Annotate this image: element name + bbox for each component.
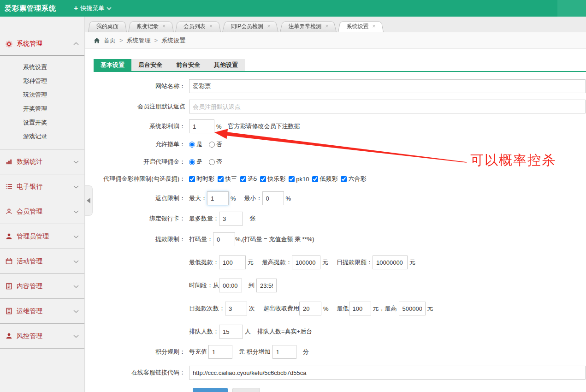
sidebar-item-draw-mgmt[interactable]: 开奖管理 <box>0 102 84 116</box>
breadcrumb-home[interactable]: 首页 <box>104 36 116 45</box>
lottery-checkbox-ssc[interactable]: 时时彩 <box>189 175 214 183</box>
close-icon[interactable]: × <box>209 21 213 32</box>
sidebar-submenu-system: 系统设置 彩种管理 玩法管理 开奖管理 设置开奖 游戏记录 <box>0 55 84 149</box>
close-icon[interactable]: × <box>267 21 270 32</box>
radio-icon[interactable] <box>209 142 215 148</box>
points-per-label: 每充值 <box>189 348 207 356</box>
checkbox-icon[interactable] <box>341 176 347 182</box>
sidebar-group-content[interactable]: 内容管理 <box>0 274 84 299</box>
default-rebate-input[interactable] <box>189 100 586 113</box>
tab-system-settings[interactable]: 系统设置× <box>338 20 384 32</box>
points-add-input[interactable] <box>272 345 296 359</box>
system-profit-input[interactable] <box>189 119 214 133</box>
close-icon[interactable]: × <box>325 21 328 32</box>
dama-input[interactable] <box>213 232 235 246</box>
sidebar-group-ops[interactable]: 运维管理 <box>0 299 84 324</box>
time-to-input[interactable] <box>256 279 277 292</box>
rebate-min-input[interactable] <box>262 191 284 205</box>
max-label: 最大： <box>189 194 207 202</box>
chevron-down-icon <box>107 7 112 10</box>
allow-cancel-yes-radio[interactable]: 是 <box>189 140 202 148</box>
fee-min-input[interactable] <box>349 302 371 315</box>
daily-times-input[interactable] <box>225 302 247 315</box>
checkbox-icon[interactable] <box>312 176 318 182</box>
radio-icon[interactable] <box>189 142 195 148</box>
percent-unit: % <box>231 195 236 202</box>
daily-limit-label: 日提款限额： <box>337 258 373 267</box>
form-row-default-rebate: 会员注册默认返点 <box>94 100 586 113</box>
sidebar-collapse-handle[interactable] <box>85 185 93 216</box>
checkbox-icon[interactable] <box>189 176 195 182</box>
allow-cancel-no-radio[interactable]: 否 <box>209 140 222 148</box>
agent-commission-no-radio[interactable]: 否 <box>209 158 222 166</box>
radio-icon[interactable] <box>189 159 195 165</box>
sidebar-group-system[interactable]: 系统管理 <box>0 32 84 55</box>
chevron-down-icon <box>73 160 79 164</box>
checkbox-icon[interactable] <box>289 176 295 182</box>
form-row-system-profit: 系统彩利润： % 官方彩请修改会员下注数据 <box>94 119 586 133</box>
sidebar-item-lottery-mgmt[interactable]: 彩种管理 <box>0 74 84 88</box>
checkbox-icon[interactable] <box>218 176 224 182</box>
time-from-input[interactable] <box>219 279 242 292</box>
lottery-checkbox-pk10[interactable]: pk10 <box>289 176 309 183</box>
field-label: 返点限制： <box>94 194 189 202</box>
tab-other-settings[interactable]: 其他设置 <box>207 59 245 71</box>
close-icon[interactable]: × <box>372 21 375 32</box>
unit-yuan: 元 <box>409 258 415 267</box>
lottery-checkbox-lhc[interactable]: 六合彩 <box>341 175 366 183</box>
sidebar-group-members[interactable]: 会员管理 <box>0 199 84 224</box>
sidebar-item-set-draw[interactable]: 设置开奖 <box>0 116 84 130</box>
tab-backend-security[interactable]: 后台安全 <box>131 59 169 71</box>
sidebar-item-game-records[interactable]: 游戏记录 <box>0 130 84 143</box>
fee-input[interactable] <box>299 302 321 315</box>
tab-my-desktop[interactable]: 我的桌面 <box>88 20 127 32</box>
bank-card-qty-input[interactable] <box>219 212 243 226</box>
cancel-button[interactable]: 取消 <box>232 388 260 392</box>
tab-basic-settings[interactable]: 基本设置 <box>94 59 131 71</box>
rebate-max-input[interactable] <box>207 191 229 205</box>
header-user-area[interactable] <box>557 0 586 17</box>
quick-menu-button[interactable]: + 快捷菜单 <box>74 4 112 12</box>
sidebar-group-statistics[interactable]: 数据统计 <box>0 149 84 174</box>
save-button[interactable]: 保存 <box>193 388 228 392</box>
sidebar-group-ebank[interactable]: 电子银行 <box>0 174 84 199</box>
site-name-input[interactable] <box>189 79 586 93</box>
breadcrumb: 首页 > 系统管理 > 系统设置 <box>85 32 586 49</box>
points-recharge-input[interactable] <box>208 345 232 359</box>
agent-commission-yes-radio[interactable]: 是 <box>189 158 202 166</box>
sidebar-group-activities[interactable]: 活动管理 <box>0 249 84 274</box>
lottery-checkbox-klc[interactable]: 快乐彩 <box>260 175 285 183</box>
bar-chart-icon <box>6 158 12 165</box>
form-row-time-range: 时间段：从 到 <box>94 279 586 292</box>
breadcrumb-system-mgmt[interactable]: 系统管理 <box>127 36 151 45</box>
max-withdraw-label: 最高提款： <box>262 258 292 267</box>
max-withdraw-input[interactable] <box>292 255 320 269</box>
close-icon[interactable]: × <box>162 21 166 32</box>
breadcrumb-system-settings[interactable]: 系统设置 <box>161 36 185 45</box>
sidebar-group-label: 会员管理 <box>17 208 42 216</box>
daily-limit-input[interactable] <box>373 255 408 269</box>
sidebar-item-system-settings[interactable]: 系统设置 <box>0 60 84 74</box>
queue-label: 排队人数： <box>189 327 219 336</box>
tab-account-changes[interactable]: 账变记录× <box>128 20 174 32</box>
lottery-checkbox-dpc[interactable]: 低频彩 <box>312 175 337 183</box>
form-row-commission-lotteries: 代理佣金彩种限制(勾选反拥)： 时时彩 快三 选5 快乐彩 pk10 低频彩 六… <box>94 174 586 184</box>
checkbox-icon[interactable] <box>240 176 246 182</box>
lottery-checkbox-k3[interactable]: 快三 <box>218 175 237 183</box>
radio-icon[interactable] <box>209 159 215 165</box>
field-label: 会员注册默认返点 <box>94 102 189 111</box>
sidebar-group-admins[interactable]: 管理员管理 <box>0 224 84 249</box>
sidebar-group-risk[interactable]: 风控管理 <box>0 324 84 349</box>
checkbox-icon[interactable] <box>260 176 266 182</box>
queue-input[interactable] <box>219 325 243 339</box>
tab-member-list[interactable]: 会员列表× <box>175 20 221 32</box>
tab-frontend-security[interactable]: 前台安全 <box>169 59 207 71</box>
home-icon <box>94 37 100 44</box>
fee-max-input[interactable] <box>399 302 426 315</box>
kefu-link-input[interactable] <box>189 366 586 380</box>
lottery-checkbox-x5[interactable]: 选5 <box>240 175 257 183</box>
sidebar-item-play-mgmt[interactable]: 玩法管理 <box>0 88 84 102</box>
tab-bet-anomaly-check[interactable]: 注单异常检测× <box>280 20 337 32</box>
min-withdraw-input[interactable] <box>219 255 246 269</box>
tab-same-ip-check[interactable]: 同IP会员检测× <box>222 20 278 32</box>
